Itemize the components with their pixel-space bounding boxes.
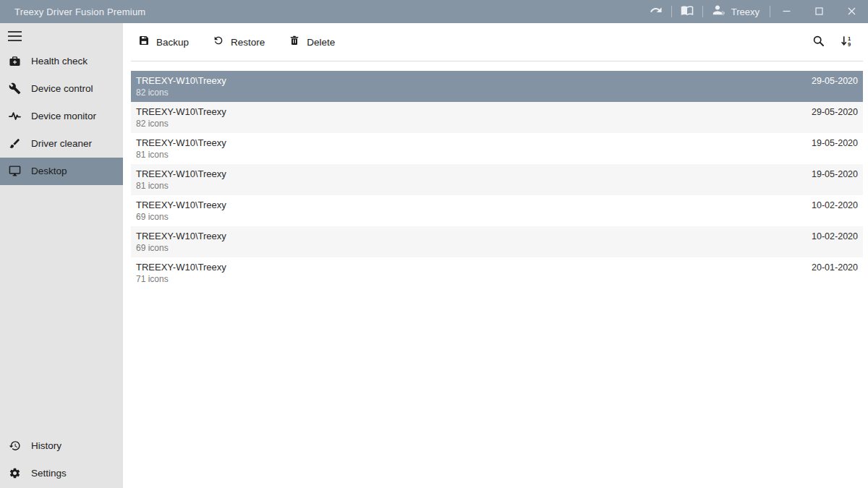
wrench-icon — [9, 82, 21, 95]
list-row[interactable]: TREEXY-W10\Treexy 69 icons 10-02-2020 — [131, 195, 863, 226]
sidebar-item-label: Desktop — [31, 166, 67, 176]
row-subtitle: 69 icons — [136, 212, 858, 223]
row-date: 20-01-2020 — [812, 262, 858, 273]
delete-label: Delete — [307, 37, 335, 48]
pulse-icon — [9, 110, 21, 122]
maximize-icon — [815, 5, 823, 18]
row-subtitle: 71 icons — [136, 274, 858, 285]
user-gear-icon — [712, 4, 726, 20]
close-button[interactable] — [835, 0, 868, 23]
row-title: TREEXY-W10\Treexy — [136, 164, 858, 180]
share-icon — [650, 4, 663, 20]
window-title: Treexy Driver Fusion Premium — [14, 7, 145, 17]
sidebar-item-label: Health check — [31, 56, 88, 67]
row-date: 10-02-2020 — [812, 231, 858, 242]
sort-numeric-icon: 1 9 — [841, 35, 853, 50]
sidebar-item-label: Device monitor — [31, 111, 96, 121]
row-date: 10-02-2020 — [812, 200, 858, 211]
app-window: Treexy Driver Fusion Premium Treexy — [0, 0, 868, 488]
gear-icon — [9, 467, 21, 479]
list-row[interactable]: TREEXY-W10\Treexy 81 icons 19-05-2020 — [131, 133, 863, 164]
health-kit-icon — [9, 55, 21, 67]
list-row[interactable]: TREEXY-W10\Treexy 82 icons 29-05-2020 — [131, 71, 863, 102]
maximize-button[interactable] — [803, 0, 835, 23]
row-title: TREEXY-W10\Treexy — [136, 102, 858, 118]
sidebar-item-history[interactable]: History — [0, 432, 123, 459]
floppy-save-icon — [138, 35, 150, 49]
sidebar-item-label: History — [31, 440, 61, 451]
backup-list: TREEXY-W10\Treexy 82 icons 29-05-2020 TR… — [131, 71, 863, 288]
monitor-icon — [9, 165, 21, 177]
backup-label: Backup — [156, 37, 189, 48]
sidebar-item-driver-cleaner[interactable]: Driver cleaner — [0, 130, 123, 158]
close-icon — [848, 5, 856, 18]
main-content: Backup Restore Delet — [123, 23, 868, 488]
row-subtitle: 82 icons — [136, 119, 858, 129]
minimize-button[interactable] — [770, 0, 803, 23]
hamburger-icon — [8, 31, 24, 41]
undo-restore-icon — [213, 35, 224, 49]
row-subtitle: 81 icons — [136, 150, 858, 160]
book-icon — [681, 4, 694, 20]
sidebar-item-label: Settings — [31, 468, 67, 479]
sidebar-item-device-monitor[interactable]: Device monitor — [0, 103, 123, 130]
row-title: TREEXY-W10\Treexy — [136, 257, 858, 273]
trash-icon — [289, 35, 300, 49]
row-subtitle: 69 icons — [136, 243, 858, 254]
row-subtitle: 81 icons — [136, 181, 858, 192]
sidebar: Health check Device control Device monit… — [0, 23, 123, 488]
row-date: 19-05-2020 — [812, 137, 858, 149]
sidebar-item-device-control[interactable]: Device control — [0, 75, 123, 103]
row-date: 19-05-2020 — [812, 168, 858, 180]
list-row[interactable]: TREEXY-W10\Treexy 71 icons 20-01-2020 — [131, 257, 863, 288]
restore-label: Restore — [231, 37, 265, 48]
account-button[interactable]: Treexy — [703, 0, 770, 23]
search-icon — [812, 35, 825, 50]
toolbar-divider — [131, 61, 863, 61]
row-title: TREEXY-W10\Treexy — [136, 226, 858, 242]
sidebar-item-label: Device control — [31, 83, 93, 94]
sidebar-bottom: History Settings — [0, 432, 123, 487]
row-subtitle: 82 icons — [136, 87, 858, 98]
account-name: Treexy — [731, 7, 760, 17]
search-button[interactable] — [812, 35, 825, 50]
share-button[interactable] — [641, 0, 671, 23]
list-row[interactable]: TREEXY-W10\Treexy 69 icons 10-02-2020 — [131, 226, 863, 257]
sort-button[interactable]: 1 9 — [841, 35, 853, 50]
svg-text:9: 9 — [848, 40, 851, 46]
sidebar-item-desktop[interactable]: Desktop — [0, 158, 123, 185]
title-bar: Treexy Driver Fusion Premium Treexy — [0, 0, 868, 23]
row-title: TREEXY-W10\Treexy — [136, 71, 858, 87]
brush-icon — [9, 137, 21, 150]
delete-button[interactable]: Delete — [289, 35, 335, 49]
row-title: TREEXY-W10\Treexy — [136, 133, 858, 149]
list-row[interactable]: TREEXY-W10\Treexy 82 icons 29-05-2020 — [131, 102, 863, 133]
history-icon — [9, 440, 21, 452]
menu-toggle-button[interactable] — [0, 23, 24, 48]
list-row[interactable]: TREEXY-W10\Treexy 81 icons 19-05-2020 — [131, 164, 863, 195]
restore-button[interactable]: Restore — [213, 35, 265, 49]
news-button[interactable] — [672, 0, 702, 23]
row-date: 29-05-2020 — [812, 106, 858, 118]
minimize-icon — [783, 5, 791, 18]
backup-button[interactable]: Backup — [138, 35, 189, 49]
sidebar-item-label: Driver cleaner — [31, 138, 92, 149]
toolbar: Backup Restore Delet — [123, 23, 868, 61]
sidebar-item-settings[interactable]: Settings — [0, 459, 123, 487]
sidebar-item-health-check[interactable]: Health check — [0, 48, 123, 75]
row-date: 29-05-2020 — [812, 75, 858, 87]
row-title: TREEXY-W10\Treexy — [136, 195, 858, 211]
